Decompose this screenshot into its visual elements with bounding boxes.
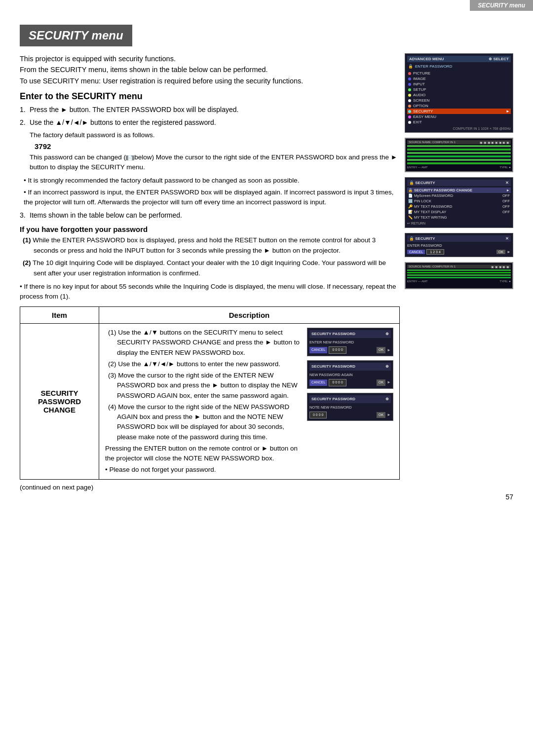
scr-pn-title-text: SECURITY PASSWORD: [311, 396, 355, 402]
scr-sec-pw-change: 🔒 SECURITY PASSWORD CHANGE ►: [407, 188, 511, 193]
scr-pixel-1: SOURCE NAME: COMPUTER IN 1 ▣ ▣ ▣ ▣ ▣ ▣ ▣…: [405, 138, 513, 172]
desc-p2: (2) Use the ▲/▼/◄/► buttons to enter the…: [105, 359, 302, 369]
scr-enp-close: ⊕: [385, 331, 389, 337]
scr-password-again: SECURITY PASSWORD ⊕ NEW PASSWORD AGAIN C…: [307, 360, 393, 389]
sec-value-3: OFF: [502, 204, 510, 209]
sec-value-1: OFF: [502, 193, 510, 198]
page-title: SECURITY menu: [20, 25, 132, 46]
scr-enter-new-password: SECURITY PASSWORD ⊕ ENTER NEW PASSWORD C…: [307, 328, 393, 356]
dot-blue-2: [408, 83, 411, 86]
enter-pw-icon: 🔒: [408, 64, 413, 69]
scr-ep-cancel: CANCEL: [407, 250, 425, 254]
description-table: Item Description SECURITYPASSWORDCHANGE …: [20, 306, 400, 480]
sec-value-4: OFF: [502, 210, 510, 214]
dot-white-5: [408, 99, 411, 102]
desc-p6: • Please do not forget your password.: [105, 465, 302, 475]
section1-heading: Enter to the SECURITY menu: [20, 91, 400, 102]
scr-adv-header: ADVANCED MENU ⊕ SELECT: [407, 56, 511, 62]
step-3: 3. Items shown in the table below can be…: [20, 210, 400, 221]
scr-ep-ok: OK: [496, 250, 505, 254]
scr-pf1-left: ENTRY — AMT: [407, 166, 428, 169]
sec-pw-label: SECURITY PASSWORD CHANGE: [414, 188, 472, 192]
adv-item-label-4: AUDIO: [413, 93, 425, 97]
page: SECURITY menu SECURITY menu This project…: [0, 0, 533, 511]
bullet-note-1: • It is strongly recommended the factory…: [24, 176, 400, 186]
sec-pw-arrow: ►: [506, 188, 510, 192]
scr-sec-row-3: 🔑 MY TEXT PASSWORD OFF: [407, 204, 511, 209]
desc-text: (1) Use the ▲/▼ buttons on the SECURITY …: [105, 328, 302, 475]
scr-pixel-top-2: SOURCE NAME: COMPUTER IN 1 ▣ ▣ ▣ ▣ ▣: [407, 265, 511, 268]
pg2-row: [407, 272, 511, 273]
adv-item-3: SETUP: [407, 87, 511, 92]
scr-pn-arrow: ►: [387, 412, 391, 418]
step-2-num: 2.: [20, 117, 28, 128]
adv-arrow: ►: [506, 109, 510, 113]
adv-item-label-5: SCREEN: [413, 98, 429, 103]
desc-p1: (1) Use the ▲/▼ buttons on the SECURITY …: [105, 328, 302, 358]
dot-orange: [408, 105, 411, 108]
sec-label-5: MY TEXT WRITING: [414, 215, 447, 220]
top-header: SECURITY menu: [470, 0, 533, 11]
step-3-num: 3.: [20, 210, 28, 221]
sec-label-2: PIN LOCK: [414, 199, 431, 203]
pixel-grid-2: [407, 269, 511, 279]
scr-pixel-icons-2: ▣ ▣ ▣ ▣ ▣: [491, 265, 509, 268]
adv-item-1: IMAGE: [407, 76, 511, 81]
scr-pa-digits: 0 0 0 0: [329, 379, 346, 386]
item-cell: SECURITYPASSWORDCHANGE: [20, 324, 99, 480]
scr-pa-row: CANCEL 0 0 0 0 OK ►: [309, 379, 391, 386]
step-2-text: Use the ▲/▼/◄/► buttons to enter the reg…: [30, 117, 216, 128]
intro-p3: To use SECURITY menu: User registration …: [20, 77, 303, 85]
dot-green: [408, 88, 411, 91]
top-header-label: SECURITY menu: [478, 2, 525, 9]
adv-item-label-7: SECURITY: [413, 109, 433, 113]
sec-icon-5: ✏️: [408, 215, 413, 220]
adv-item-7: SECURITY►: [407, 109, 511, 114]
main-layout: This projector is equipped with security…: [20, 53, 513, 491]
scr-enp-row: CANCEL 0 0 0 0 OK ►: [309, 346, 391, 354]
pg2-row: [407, 277, 511, 278]
adv-item-6: OPTION: [407, 103, 511, 109]
scr-pn-title: SECURITY PASSWORD ⊕: [309, 395, 391, 403]
scr-pa-title-text: SECURITY PASSWORD: [311, 364, 355, 370]
adv-item-label-2: INPUT: [413, 82, 425, 86]
adv-item-4: AUDIO: [407, 92, 511, 98]
scr-pa-title: SECURITY PASSWORD ⊕: [309, 363, 391, 371]
item-name: SECURITYPASSWORDCHANGE: [38, 389, 81, 414]
scr-pa-cancel: CANCEL: [309, 379, 327, 386]
pg2-row: [407, 274, 511, 276]
scr-sec-row-5: ✏️ MY TEXT WRITING: [407, 215, 511, 220]
continued-note: (continued on next page): [20, 484, 400, 491]
dot-cyan: [408, 110, 411, 113]
scr-ep-close: ✕: [505, 236, 509, 241]
forgot-step-1-text: While the ENTER PASSWORD box is displaye…: [33, 236, 376, 254]
sec-pw-icon: 🔒: [408, 188, 413, 192]
dot-white-9: [408, 121, 411, 124]
pg-row: [407, 145, 511, 147]
dot-yellow: [408, 94, 411, 97]
forgot-step-1: (1) While the ENTER PASSWORD box is disp…: [20, 235, 400, 256]
adv-item-label-9: EXIT: [413, 120, 422, 124]
scr-pixel-source-2: SOURCE NAME: COMPUTER IN 1: [409, 265, 456, 268]
section2-heading: If you have forgotten your password: [20, 225, 400, 233]
scr-pn-row: 0 0 0 0 OK ►: [309, 412, 391, 419]
scr-enp-title: SECURITY PASSWORD ⊕: [309, 330, 391, 338]
scr-pf2-right: TYPE: ●: [499, 280, 511, 283]
step-1: 1. Press the ► button. The ENTER PASSWOR…: [20, 105, 400, 115]
sec-label-3: MY TEXT PASSWORD: [414, 204, 452, 209]
enter-pw-lbl: ENTER PASSWORD: [415, 64, 452, 69]
scr-pf2-left: ENTRY — AMT: [407, 280, 428, 283]
bullet-note-2: • If an incorrect password is input, the…: [24, 188, 400, 208]
info-note: • If there is no key input for about 55 …: [20, 282, 400, 302]
desc-p5: Pressing the ENTER button on the remote …: [105, 444, 302, 464]
pg2-row: [407, 269, 511, 271]
scr-pixel-top-1: SOURCE NAME: COMPUTER IN 1 ▣ ▣ ▣ ▣ ▣ ▣ ▣…: [407, 140, 511, 144]
adv-item-label-1: IMAGE: [413, 76, 426, 81]
scr-sec-name-5: ✏️ MY TEXT WRITING: [408, 215, 447, 220]
scr-pn-close: ⊕: [385, 396, 389, 402]
step-3-text: Items shown in the table below can be pe…: [30, 210, 182, 221]
desc-p3: (3) Move the cursor to the right side of…: [105, 371, 302, 401]
scr-pixel-source-1: SOURCE NAME: COMPUTER IN 1: [409, 141, 456, 144]
adv-item-label-3: SETUP: [413, 87, 426, 92]
adv-item-label-8: EASY MENU: [413, 114, 436, 119]
